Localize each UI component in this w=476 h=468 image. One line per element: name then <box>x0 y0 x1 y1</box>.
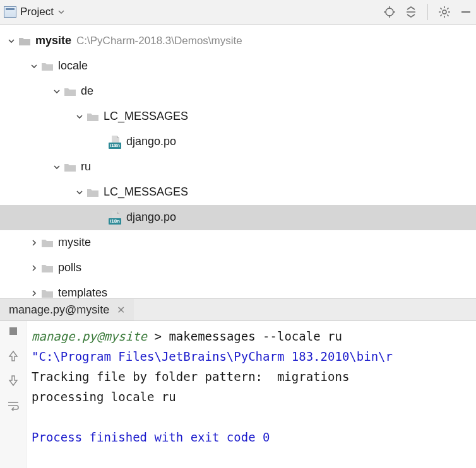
node-path: C:\PyCharm-2018.3\Demos\mysite <box>76 35 242 47</box>
view-selector-label[interactable]: Project <box>20 6 54 18</box>
folder-icon <box>63 86 77 97</box>
folder-icon <box>18 36 32 46</box>
folder-icon <box>86 112 100 122</box>
soft-wrap-icon[interactable] <box>7 401 20 411</box>
tree-row-de-po[interactable]: i18n django.po <box>0 129 476 155</box>
svg-point-0 <box>386 8 393 16</box>
chevron-right-icon[interactable] <box>28 238 40 247</box>
console-output[interactable]: manage.py@mysite > makemessages --locale… <box>27 321 476 468</box>
locate-target-icon[interactable] <box>383 6 396 18</box>
folder-icon <box>63 162 77 172</box>
tree-row-root[interactable]: mysite C:\PyCharm-2018.3\Demos\mysite <box>0 28 476 54</box>
tree-row-ru-lc[interactable]: LC_MESSAGES <box>0 180 476 205</box>
console-line: "C:\Program Files\JetBrains\PyCharm 183.… <box>32 349 393 363</box>
run-console-panel: manage.py@mysite > makemessages --locale… <box>0 320 476 468</box>
node-name: locale <box>58 59 88 73</box>
run-tab-bar: manage.py@mysite ✕ <box>0 298 476 320</box>
i18n-file-icon: i18n <box>109 211 122 225</box>
svg-rect-16 <box>9 327 17 335</box>
chevron-down-icon[interactable] <box>28 62 40 71</box>
folder-icon <box>40 238 54 248</box>
console-command: makemessages --locale ru <box>169 329 342 343</box>
hide-icon[interactable] <box>460 6 472 18</box>
tree-row-ru-po[interactable]: i18n django.po <box>0 205 476 230</box>
node-name: de <box>81 85 93 98</box>
node-name: mysite <box>35 34 71 47</box>
console-prompt-context: manage.py@mysite <box>32 329 147 343</box>
console-line: Tracking file by folder pattern: migrati… <box>32 370 349 383</box>
chevron-down-icon[interactable] <box>51 163 63 172</box>
node-name: django.po <box>126 135 176 148</box>
folder-icon <box>40 61 54 71</box>
console-prompt-sep: > <box>154 329 161 343</box>
svg-line-14 <box>447 8 448 9</box>
chevron-down-icon[interactable] <box>73 188 86 197</box>
folder-icon <box>40 288 54 298</box>
svg-line-11 <box>441 8 442 9</box>
gear-icon[interactable] <box>438 6 451 18</box>
node-name: LC_MESSAGES <box>104 185 188 199</box>
run-gutter <box>0 321 27 468</box>
i18n-file-icon: i18n <box>109 135 122 149</box>
tree-row-de[interactable]: de <box>0 79 476 104</box>
svg-line-12 <box>447 15 448 16</box>
node-name: templates <box>58 286 107 298</box>
node-name: LC_MESSAGES <box>104 110 188 123</box>
svg-point-6 <box>443 10 446 14</box>
svg-line-13 <box>441 15 442 16</box>
tree-row-templates[interactable]: templates <box>0 281 476 298</box>
chevron-down-icon[interactable] <box>5 37 18 45</box>
down-arrow-icon[interactable] <box>8 375 18 387</box>
collapse-all-icon[interactable] <box>405 6 417 18</box>
chevron-down-icon[interactable] <box>57 8 65 16</box>
close-icon[interactable]: ✕ <box>117 304 125 316</box>
node-name: polls <box>58 261 81 274</box>
node-name: ru <box>81 160 91 173</box>
console-line: Process finished with exit code 0 <box>32 430 270 444</box>
chevron-down-icon[interactable] <box>51 87 63 96</box>
tree-row-ru[interactable]: ru <box>0 155 476 180</box>
chevron-down-icon[interactable] <box>73 112 86 121</box>
chevron-right-icon[interactable] <box>28 264 40 272</box>
up-arrow-icon[interactable] <box>8 350 18 361</box>
tree-row-de-lc[interactable]: LC_MESSAGES <box>0 104 476 129</box>
console-line: processing locale ru <box>32 390 176 404</box>
project-toolbar: Project <box>0 0 476 25</box>
chevron-right-icon[interactable] <box>28 289 40 298</box>
tree-row-locale[interactable]: locale <box>0 54 476 79</box>
folder-icon <box>86 187 100 197</box>
folder-icon <box>40 263 54 273</box>
project-tree[interactable]: mysite C:\PyCharm-2018.3\Demos\mysite lo… <box>0 25 476 298</box>
tree-row-polls[interactable]: polls <box>0 255 476 281</box>
project-window-icon <box>4 6 16 18</box>
run-tab[interactable]: manage.py@mysite ✕ <box>0 299 134 320</box>
toolbar-separator <box>427 4 428 20</box>
tree-row-mysite[interactable]: mysite <box>0 230 476 255</box>
stop-icon[interactable] <box>8 326 18 336</box>
run-tab-label: manage.py@mysite <box>9 303 109 317</box>
node-name: django.po <box>126 211 176 224</box>
node-name: mysite <box>58 236 91 249</box>
